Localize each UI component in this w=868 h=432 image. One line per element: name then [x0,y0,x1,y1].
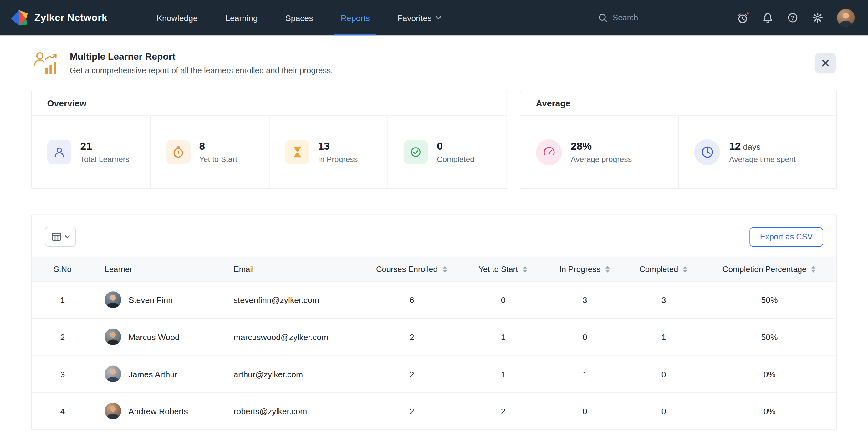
overview-card: Overview 21 Total Learners [31,91,507,189]
column-header-completion-percentage[interactable]: Completion Percentage [703,257,836,281]
nav-item-favorites-label: Favorites [397,13,432,23]
stat-value-number: 12 [729,140,741,152]
avatar [104,365,121,382]
table-row: 2 Marcus Wood marcuswood@zylker.com 2 1 … [32,319,836,356]
nav-item-knowledge[interactable]: Knowledge [156,0,199,35]
average-card: Average 28% Average progress [520,91,837,189]
sort-icon[interactable] [604,265,610,273]
report-banner: Multiple Learner Report Get a comprehens… [0,35,868,91]
table-row: 4 Andrew Roberts roberts@zylker.com 2 2 … [32,393,836,430]
table-row: 1 Steven Finn stevenfinn@zylker.com 6 0 … [32,281,836,319]
cell-in-progress: 1 [545,369,625,378]
search-input[interactable] [613,13,723,22]
stat-label: Total Learners [81,155,129,164]
cell-email: stevenfinn@zylker.com [224,295,362,304]
column-header-completed[interactable]: Completed [625,257,703,281]
sort-icon[interactable] [522,265,528,273]
cell-in-progress: 0 [545,406,625,416]
search-box[interactable] [598,12,723,23]
column-header-courses-enrolled[interactable]: Courses Enrolled [362,257,462,281]
avatar [104,329,121,345]
chevron-down-icon [436,16,441,20]
avatar-silhouette-icon [837,9,855,27]
cell-sno: 3 [32,369,94,378]
column-header-yet-to-start[interactable]: Yet to Start [462,257,545,281]
bell-icon [762,12,773,24]
cell-completed: 1 [625,332,703,341]
user-icon [53,145,66,159]
cell-completed: 3 [625,295,703,304]
cell-learner: James Arthur [94,365,224,382]
chevron-down-icon [64,235,69,238]
nav-item-spaces[interactable]: Spaces [284,0,314,35]
export-csv-button[interactable]: Export as CSV [749,227,823,246]
multiple-learner-report-icon [33,50,58,76]
cell-courses-enrolled: 2 [362,369,462,378]
sort-icon[interactable] [441,265,447,273]
clock-icon [700,145,714,159]
top-navbar: Zylker Network Knowledge Learning Spaces… [0,0,868,35]
sort-icon[interactable] [810,265,816,273]
brand-name: Zylker Network [34,12,107,24]
cell-yet-to-start: 1 [462,332,545,341]
svg-text:?: ? [791,14,795,21]
navbar-right-cluster: ? [598,9,857,27]
zylker-logo-icon [10,9,29,27]
reminders-button[interactable] [737,12,748,24]
gear-icon [812,12,823,23]
avatar [104,403,121,419]
stat-icon-wrap [47,140,71,164]
cell-learner: Steven Finn [94,291,224,308]
help-button[interactable]: ? [787,12,798,23]
primary-nav: Knowledge Learning Spaces Reports Favori… [143,0,455,35]
avatar-silhouette-icon [104,291,121,308]
stat-total-learners: 21 Total Learners [32,115,151,189]
stat-yet-to-start: 8 Yet to Start [151,115,270,189]
table-toolbar: Export as CSV [32,215,836,257]
cell-courses-enrolled: 2 [362,406,462,416]
help-icon: ? [787,12,798,23]
cell-email: arthur@zylker.com [224,369,362,378]
stat-value: 12days [729,140,796,153]
cell-courses-enrolled: 6 [362,295,462,304]
banner-text: Multiple Learner Report Get a comprehens… [70,52,333,75]
settings-button[interactable] [812,12,823,23]
stat-value: 21 [81,140,129,153]
stat-value-unit: days [743,142,761,151]
cell-yet-to-start: 0 [462,295,545,304]
cell-completion-percentage: 0% [703,369,836,378]
notification-dot [746,11,750,15]
notifications-button[interactable] [762,12,773,24]
stat-icon-wrap [166,140,190,164]
learner-name: Andrew Roberts [128,406,188,416]
table-view-dropdown[interactable] [45,227,76,246]
sort-icon[interactable] [682,265,688,273]
cell-completed: 0 [625,406,703,416]
avatar-silhouette-icon [104,365,121,382]
avatar-silhouette-icon [104,403,121,419]
learner-name: James Arthur [128,369,177,378]
stat-icon-wrap [285,140,309,164]
stopwatch-icon [172,145,185,159]
cell-learner: Marcus Wood [94,329,224,345]
page-title: Multiple Learner Report [70,52,333,63]
stat-in-progress: 13 In Progress [270,115,388,189]
overview-stats: 21 Total Learners 8 Yet to Sta [32,115,506,189]
nav-item-learning[interactable]: Learning [224,0,259,35]
cell-email: marcuswood@zylker.com [224,332,362,341]
close-icon [820,58,831,68]
nav-item-favorites[interactable]: Favorites [397,0,442,35]
column-header-in-progress[interactable]: In Progress [545,257,625,281]
average-title: Average [520,91,836,115]
close-button[interactable] [815,53,836,73]
cell-sno: 1 [32,295,94,304]
brand-logo-link[interactable]: Zylker Network [8,9,110,27]
stat-value: 8 [199,140,237,153]
stat-value: 0 [437,140,474,153]
user-avatar[interactable] [837,9,855,27]
cell-completed: 0 [625,369,703,378]
nav-item-reports[interactable]: Reports [340,0,371,35]
cell-completion-percentage: 0% [703,406,836,416]
search-icon [598,12,608,23]
average-stats: 28% Average progress 12days Average time… [520,115,836,189]
